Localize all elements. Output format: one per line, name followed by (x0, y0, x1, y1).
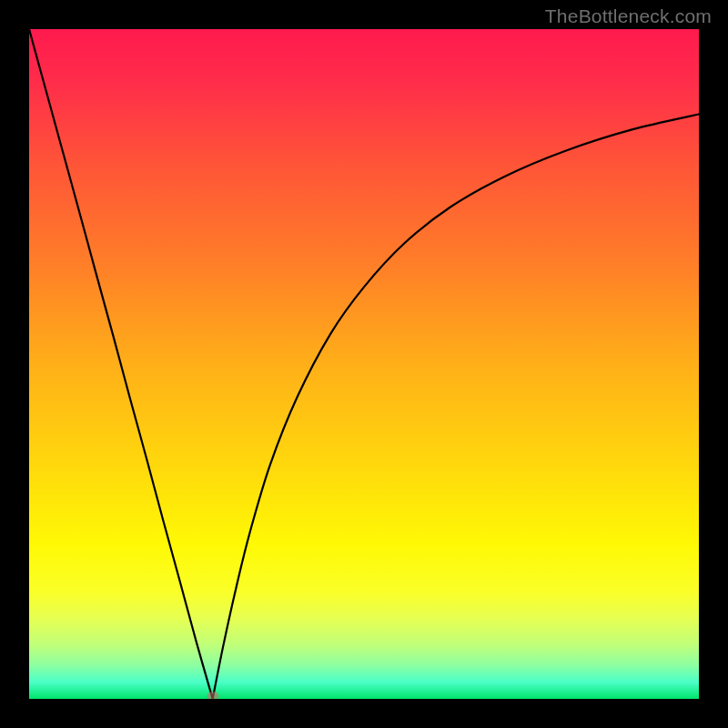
chart-frame: TheBottleneck.com (0, 0, 728, 728)
minimum-marker (207, 692, 218, 699)
plot-area (29, 29, 699, 699)
watermark-text: TheBottleneck.com (545, 5, 712, 27)
bottleneck-curve (29, 29, 699, 699)
curve-layer (29, 29, 699, 699)
